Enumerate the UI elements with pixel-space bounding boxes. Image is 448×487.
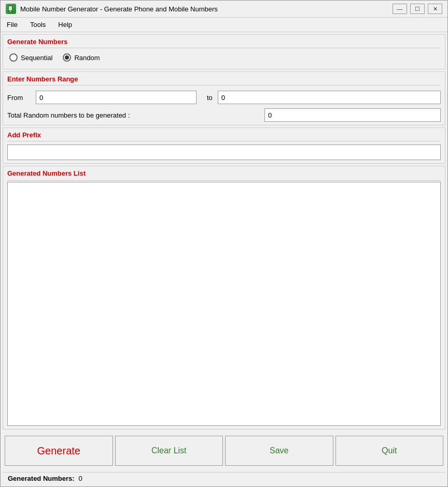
svg-point-2: [10, 11, 11, 12]
window-title: Mobile Number Generator - Generate Phone…: [20, 5, 218, 13]
main-window: Mobile Number Generator - Generate Phone…: [0, 0, 448, 487]
status-bar: Generated Numbers: 0: [3, 472, 445, 484]
total-input[interactable]: [264, 108, 441, 122]
title-bar-controls: — ☐ ✕: [393, 4, 442, 14]
button-row: Generate Clear List Save Quit: [3, 432, 445, 470]
app-icon: [6, 4, 16, 14]
generated-textarea[interactable]: [7, 182, 441, 426]
title-bar: Mobile Number Generator - Generate Phone…: [1, 1, 447, 18]
from-to-row: From to: [7, 91, 441, 104]
status-value: 0: [79, 475, 82, 482]
menu-tools[interactable]: Tools: [24, 19, 52, 31]
status-label: Generated Numbers:: [8, 475, 75, 482]
quit-button[interactable]: Quit: [335, 436, 444, 466]
range-section: Enter Numbers Range From to Total Random…: [3, 71, 445, 125]
divider-2: [7, 85, 441, 85]
from-label: From: [7, 94, 31, 102]
minimize-button[interactable]: —: [393, 4, 407, 14]
close-button[interactable]: ✕: [428, 4, 442, 14]
menu-file[interactable]: File: [1, 19, 24, 31]
generated-title: Generated Numbers List: [7, 169, 441, 177]
generated-section: Generated Numbers List: [3, 166, 445, 429]
sequential-radio[interactable]: [9, 53, 18, 62]
sequential-option[interactable]: Sequential: [9, 53, 52, 62]
save-button[interactable]: Save: [225, 436, 333, 466]
radio-group: Sequential Random: [7, 49, 441, 66]
divider-1: [7, 48, 441, 48]
title-bar-left: Mobile Number Generator - Generate Phone…: [6, 4, 218, 14]
random-option[interactable]: Random: [63, 53, 100, 62]
total-row: Total Random numbers to be generated :: [7, 108, 441, 122]
total-label: Total Random numbers to be generated :: [7, 111, 259, 119]
divider-4: [7, 180, 441, 181]
to-input[interactable]: [218, 91, 441, 104]
prefix-title: Add Prefix: [7, 131, 441, 139]
menu-bar: File Tools Help: [1, 18, 447, 32]
maximize-button[interactable]: ☐: [410, 4, 425, 14]
prefix-input[interactable]: [7, 145, 441, 160]
range-title: Enter Numbers Range: [7, 75, 441, 83]
content-area: Generate Numbers Sequential Random Enter…: [1, 32, 447, 486]
clear-button[interactable]: Clear List: [115, 436, 223, 466]
sequential-label: Sequential: [21, 54, 52, 62]
to-label: to: [207, 94, 213, 102]
generate-numbers-title: Generate Numbers: [7, 38, 441, 46]
random-radio[interactable]: [63, 53, 71, 62]
prefix-section: Add Prefix: [3, 127, 445, 164]
divider-3: [7, 141, 441, 141]
generate-numbers-section: Generate Numbers Sequential Random: [3, 34, 445, 69]
from-input[interactable]: [36, 91, 197, 104]
random-label: Random: [74, 54, 100, 62]
svg-rect-1: [9, 6, 12, 10]
menu-help[interactable]: Help: [52, 19, 78, 31]
generate-button[interactable]: Generate: [5, 436, 113, 466]
